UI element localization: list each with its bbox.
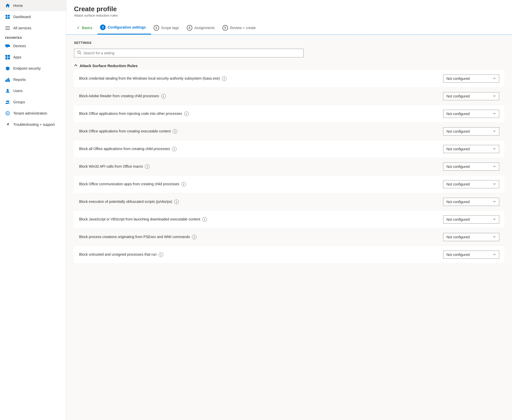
setting-control: Not configured	[443, 75, 499, 83]
wizard-step-assign-num: 4	[187, 25, 192, 31]
page-title: Create profile	[74, 5, 504, 13]
setting-dropdown[interactable]: Not configured	[443, 145, 499, 153]
info-icon[interactable]: i	[161, 94, 166, 98]
setting-control: Not configured	[443, 180, 499, 188]
search-icon	[77, 51, 81, 56]
svg-rect-1	[8, 15, 10, 17]
sidebar-item-tenant[interactable]: Tenant administration	[0, 108, 66, 119]
check-icon: ✓	[77, 25, 80, 30]
setting-dropdown[interactable]: Not configured	[443, 198, 499, 206]
svg-rect-3	[8, 17, 10, 19]
endpoint-icon	[5, 66, 10, 71]
setting-control: Not configured	[443, 198, 499, 206]
setting-label: Block untrusted and unsigned processes t…	[79, 252, 157, 257]
wizard-step-scope-label: Scope tags	[161, 26, 179, 30]
setting-dropdown[interactable]: Not configured	[443, 180, 499, 188]
chevron-down-icon	[493, 94, 496, 98]
setting-dropdown[interactable]: Not configured	[443, 163, 499, 171]
sidebar-item-reports-label: Reports	[13, 78, 26, 82]
setting-dropdown[interactable]: Not configured	[443, 215, 499, 224]
wizard-steps: ✓ Basics 2 Configuration settings 3 Scop…	[74, 21, 504, 34]
chevron-down-icon	[493, 235, 496, 239]
search-input[interactable]	[83, 51, 300, 55]
setting-dropdown[interactable]: Not configured	[443, 251, 499, 259]
dropdown-value: Not configured	[446, 217, 470, 221]
svg-rect-4	[5, 26, 10, 27]
svg-rect-13	[8, 57, 10, 59]
sidebar-item-allservices[interactable]: All services	[0, 22, 66, 34]
setting-label: Block Office communication apps from cre…	[79, 182, 179, 187]
sidebar-item-trouble-label: Troubleshooting + support	[13, 122, 55, 127]
svg-rect-2	[6, 17, 7, 19]
sidebar-item-dashboard-label: Dashboard	[13, 15, 31, 19]
sidebar-item-groups[interactable]: Groups	[0, 96, 66, 108]
settings-list: Block credential stealing from the Windo…	[74, 70, 504, 264]
chevron-down-icon	[493, 253, 496, 257]
sidebar-item-endpoint[interactable]: Endpoint security	[0, 63, 66, 74]
dropdown-value: Not configured	[446, 147, 470, 151]
sidebar-item-home[interactable]: Home	[0, 0, 66, 11]
favorites-label: FAVORITES	[0, 34, 66, 40]
setting-dropdown[interactable]: Not configured	[443, 110, 499, 118]
sidebar-item-reports[interactable]: Reports	[0, 74, 66, 85]
info-icon[interactable]: i	[181, 182, 186, 187]
info-icon[interactable]: i	[159, 252, 163, 257]
sidebar-item-groups-label: Groups	[13, 100, 25, 104]
wizard-step-review-label: Review + create	[230, 26, 256, 30]
svg-rect-17	[8, 78, 9, 82]
section-header[interactable]: Attack Surface Reduction Rules	[74, 64, 504, 68]
setting-control: Not configured	[443, 92, 499, 100]
wizard-step-review[interactable]: 5 Review + create	[220, 22, 261, 34]
wizard-step-basics[interactable]: ✓ Basics	[74, 22, 97, 34]
setting-label-area: Block Office communication apps from cre…	[79, 182, 439, 187]
wizard-step-assign-label: Assignments	[194, 26, 215, 30]
setting-label-area: Block Adobe Reader from creating child p…	[79, 94, 439, 99]
info-icon[interactable]: i	[202, 217, 207, 222]
sidebar-item-users[interactable]: Users	[0, 85, 66, 96]
info-icon[interactable]: i	[173, 129, 177, 134]
setting-label: Block process creations originating from…	[79, 234, 190, 240]
sidebar-item-dashboard[interactable]: Dashboard	[0, 11, 66, 22]
info-icon[interactable]: i	[222, 76, 227, 81]
wizard-step-assign[interactable]: 4 Assignments	[184, 22, 220, 34]
page-header: Create profile Attack surface reduction …	[66, 0, 512, 35]
dropdown-value: Not configured	[446, 253, 470, 257]
sidebar-item-apps-label: Apps	[13, 55, 21, 59]
setting-row: Block credential stealing from the Windo…	[74, 70, 504, 88]
info-icon[interactable]: i	[145, 164, 149, 169]
wizard-step-config-num: 2	[100, 24, 106, 30]
wizard-step-scope[interactable]: 3 Scope tags	[151, 22, 184, 34]
setting-row: Block execution of potentially obfuscate…	[74, 193, 504, 211]
info-icon[interactable]: i	[174, 200, 179, 204]
setting-label-area: Block all Office applications from creat…	[79, 146, 439, 152]
sidebar-item-trouble[interactable]: Troubleshooting + support	[0, 119, 66, 130]
setting-dropdown[interactable]: Not configured	[443, 75, 499, 83]
setting-dropdown[interactable]: Not configured	[443, 92, 499, 100]
setting-label: Block Office applications from creating …	[79, 129, 171, 134]
wizard-step-scope-num: 3	[154, 25, 159, 31]
wizard-step-review-num: 5	[222, 25, 228, 31]
svg-rect-15	[5, 80, 6, 82]
setting-label: Block JavaScript or VBScript from launch…	[79, 217, 200, 222]
setting-label-area: Block Office applications from creating …	[79, 129, 439, 134]
setting-row: Block Adobe Reader from creating child p…	[74, 88, 504, 105]
info-icon[interactable]: i	[184, 112, 189, 116]
sidebar-item-users-label: Users	[13, 89, 23, 93]
setting-dropdown[interactable]: Not configured	[443, 127, 499, 135]
sidebar-item-devices[interactable]: Devices	[0, 40, 66, 52]
svg-rect-9	[7, 47, 8, 48]
sidebar-item-apps[interactable]: Apps	[0, 52, 66, 63]
wizard-step-config[interactable]: 2 Configuration settings	[97, 21, 151, 34]
svg-rect-5	[5, 28, 10, 28]
svg-line-25	[80, 53, 81, 55]
setting-dropdown[interactable]: Not configured	[443, 233, 499, 241]
setting-label: Block Adobe Reader from creating child p…	[79, 94, 159, 99]
apps-icon	[5, 55, 10, 60]
setting-label-area: Block untrusted and unsigned processes t…	[79, 252, 439, 257]
setting-label: Block all Office applications from creat…	[79, 146, 170, 152]
info-icon[interactable]: i	[172, 147, 177, 151]
info-icon[interactable]: i	[192, 235, 196, 239]
svg-point-24	[78, 51, 80, 54]
setting-label-area: Block execution of potentially obfuscate…	[79, 199, 439, 204]
setting-row: Block Office communication apps from cre…	[74, 176, 504, 193]
